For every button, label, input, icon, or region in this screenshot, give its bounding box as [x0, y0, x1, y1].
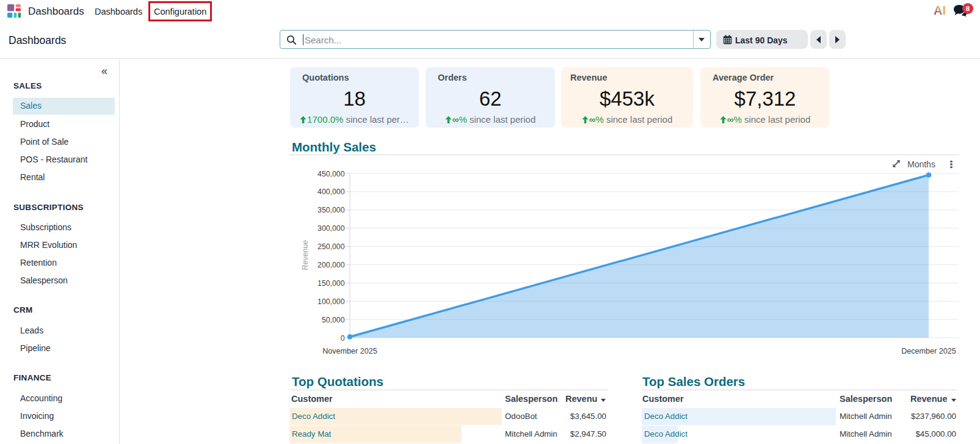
- svg-text:400,000: 400,000: [318, 187, 345, 196]
- svg-text:November 2025: November 2025: [322, 347, 377, 355]
- svg-text:250,000: 250,000: [318, 242, 345, 251]
- svg-text:200,000: 200,000: [318, 261, 345, 269]
- svg-text:0: 0: [341, 334, 345, 343]
- svg-text:150,000: 150,000: [318, 279, 345, 288]
- svg-text:December 2025: December 2025: [901, 347, 956, 355]
- svg-text:100,000: 100,000: [318, 297, 345, 306]
- svg-text:350,000: 350,000: [318, 206, 345, 214]
- svg-text:450,000: 450,000: [318, 170, 345, 178]
- svg-text:Revenue: Revenue: [301, 240, 310, 270]
- svg-text:300,000: 300,000: [318, 224, 345, 233]
- svg-text:50,000: 50,000: [322, 316, 345, 324]
